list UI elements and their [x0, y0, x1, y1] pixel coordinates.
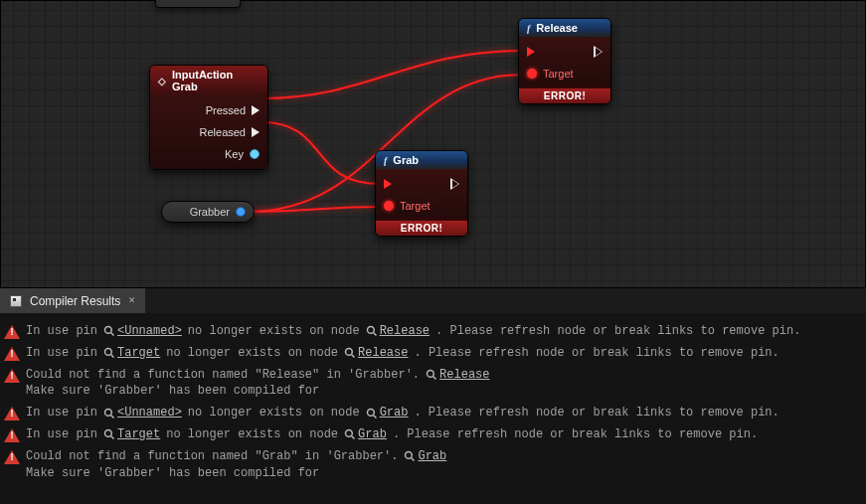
search-node-link[interactable]: Release: [344, 345, 408, 362]
pin-target[interactable]: Target: [376, 195, 467, 217]
search-node-link[interactable]: Grab: [404, 448, 446, 465]
search-node-link[interactable]: Release: [366, 323, 430, 340]
search-pin-link[interactable]: <Unnamed>: [103, 323, 182, 340]
function-icon: f: [384, 155, 387, 166]
node-header: f Release: [519, 19, 610, 37]
svg-point-10: [105, 409, 112, 416]
svg-point-2: [367, 327, 374, 334]
compiler-message: In use pin<Unnamed> no longer exists on …: [4, 405, 862, 421]
warning-icon: [4, 369, 20, 383]
node-grabber-var[interactable]: Grabber: [161, 201, 255, 223]
svg-point-18: [406, 452, 413, 459]
exec-out-icon: [595, 47, 603, 57]
warning-icon: [4, 325, 20, 339]
svg-point-4: [105, 349, 112, 356]
node-title: Grab: [393, 154, 419, 166]
node-release[interactable]: f Release Target ERROR!: [518, 18, 611, 104]
svg-line-5: [111, 355, 114, 358]
svg-point-14: [105, 430, 112, 437]
search-node-link[interactable]: Grab: [344, 426, 387, 443]
node-header: ◇ InputAction Grab: [150, 66, 267, 95]
svg-line-19: [412, 458, 415, 461]
exec-out-icon: [451, 179, 459, 189]
search-node-link[interactable]: Grab: [366, 405, 409, 421]
node-body: Pressed Released Key: [150, 95, 267, 169]
warning-icon: [4, 428, 20, 442]
compiler-message: Could not find a function named "Grab" i…: [4, 448, 862, 482]
exec-row[interactable]: [519, 41, 610, 63]
pin-key[interactable]: Key: [150, 143, 267, 165]
search-pin-link[interactable]: Target: [103, 345, 160, 362]
compiler-message: Could not find a function named "Release…: [4, 367, 862, 401]
compiler-message: In use pinTarget no longer exists on nod…: [4, 345, 862, 362]
svg-point-6: [346, 349, 353, 356]
node-title: InputAction Grab: [172, 69, 260, 92]
svg-line-11: [111, 415, 114, 418]
exec-out-icon: [252, 105, 260, 115]
tab-label: Compiler Results: [30, 294, 120, 308]
var-label: Grabber: [190, 206, 230, 218]
svg-line-3: [373, 333, 376, 336]
error-bar: ERROR!: [376, 221, 467, 236]
node-body: Target: [519, 37, 610, 88]
warning-icon: [4, 450, 20, 464]
pin-released[interactable]: Released: [150, 121, 267, 143]
svg-line-17: [352, 436, 355, 439]
compiler-message: In use pin<Unnamed> no longer exists on …: [4, 323, 862, 340]
exec-row[interactable]: [376, 173, 467, 195]
svg-line-9: [433, 376, 436, 379]
warning-icon: [4, 407, 20, 420]
node-header: f Grab: [376, 151, 467, 169]
svg-line-7: [352, 355, 355, 358]
pin-pressed[interactable]: Pressed: [150, 99, 267, 121]
event-icon: ◇: [158, 76, 166, 86]
compiler-message: In use pinTarget no longer exists on nod…: [4, 426, 862, 443]
data-in-icon: [527, 69, 537, 79]
exec-out-icon: [252, 127, 260, 137]
blueprint-graph[interactable]: ◇ InputAction Grab Pressed Released Key …: [0, 0, 866, 288]
node-body: Grabber: [162, 202, 254, 222]
blueprint-icon: [10, 295, 22, 307]
data-out-icon: [250, 149, 260, 159]
close-icon[interactable]: ×: [128, 293, 135, 308]
search-node-link[interactable]: Release: [426, 367, 489, 384]
exec-in-icon: [527, 47, 535, 57]
svg-line-13: [373, 415, 376, 418]
wires-layer: [1, 1, 865, 287]
svg-point-0: [105, 327, 112, 334]
exec-in-icon: [384, 179, 392, 189]
data-out-icon: [236, 207, 246, 217]
node-title: Release: [536, 22, 578, 34]
function-icon: f: [527, 23, 530, 34]
svg-point-16: [346, 430, 353, 437]
node-body: Target: [376, 169, 467, 221]
node-inputaction-grab[interactable]: ◇ InputAction Grab Pressed Released Key: [149, 65, 268, 170]
svg-point-12: [367, 409, 374, 416]
tab-compiler-results[interactable]: Compiler Results ×: [0, 288, 145, 313]
ghost-node: [155, 0, 241, 8]
error-bar: ERROR!: [519, 88, 610, 103]
svg-point-8: [428, 370, 434, 377]
data-in-icon: [384, 201, 394, 211]
search-pin-link[interactable]: Target: [103, 426, 160, 443]
svg-line-1: [111, 333, 114, 336]
compiler-results-panel: Compiler Results × In use pin<Unnamed> n…: [0, 288, 866, 504]
svg-line-15: [111, 436, 114, 439]
pin-target[interactable]: Target: [519, 63, 610, 84]
node-grab[interactable]: f Grab Target ERROR!: [375, 150, 468, 237]
message-list[interactable]: In use pin<Unnamed> no longer exists on …: [0, 313, 866, 504]
search-pin-link[interactable]: <Unnamed>: [103, 405, 182, 421]
panel-tabs: Compiler Results ×: [0, 288, 866, 313]
warning-icon: [4, 347, 20, 361]
